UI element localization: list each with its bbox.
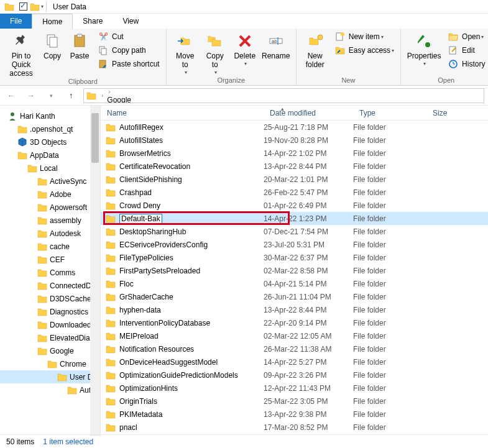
copy-path-button[interactable]: Copy path: [96, 43, 162, 57]
file-name: Crashpad: [119, 188, 152, 197]
new-folder-button[interactable]: New folder: [300, 30, 330, 70]
tree-node[interactable]: Apowersoft: [0, 201, 100, 214]
file-row[interactable]: PKIMetadata13-Apr-22 9:38 PMFile folder: [101, 408, 488, 421]
file-list[interactable]: ▴ Name Date modified Type Size AutofillR…: [101, 106, 488, 436]
file-row[interactable]: ECSerivceProvidersConfig23-Jul-20 5:31 P…: [101, 238, 488, 251]
column-header-date[interactable]: Date modified: [264, 109, 353, 117]
tree-node[interactable]: .openshot_qt: [0, 122, 100, 135]
file-date: 26-Feb-22 5:47 PM: [264, 188, 353, 197]
tree-node[interactable]: ConnectedDe: [0, 279, 100, 292]
file-date: 13-Apr-22 8:44 PM: [264, 162, 353, 171]
edit-button[interactable]: Edit: [446, 43, 487, 57]
file-row[interactable]: Notification Resources26-Mar-22 11:38 AM…: [101, 342, 488, 355]
tree-node[interactable]: Hari Kanth: [0, 109, 100, 122]
paste-shortcut-button[interactable]: Paste shortcut: [96, 57, 162, 71]
svg-point-12: [341, 32, 344, 36]
qat-customize-dropdown[interactable]: ▾: [30, 1, 44, 13]
address-breadcrumb[interactable]: › Hari Kanth›AppData›Local›Google›Chrome…: [83, 88, 484, 103]
file-row[interactable]: GrShaderCache26-Jun-21 11:04 PMFile fold…: [101, 290, 488, 303]
file-name: GrShaderCache: [119, 293, 173, 301]
pin-to-quick-access-button[interactable]: Pin to Quick access: [4, 30, 39, 78]
file-row[interactable]: OptimizationGuidePredictionModels09-Apr-…: [101, 368, 488, 382]
copy-button[interactable]: Copy: [39, 30, 66, 61]
tree-node[interactable]: Downloaded: [0, 318, 100, 331]
file-row[interactable]: FileTypePolicies30-Mar-22 6:37 PMFile fo…: [101, 251, 488, 264]
tree-node-label: Chrome: [60, 360, 86, 368]
file-name: AutofillRegex: [119, 123, 163, 132]
file-row[interactable]: FirstPartySetsPreloaded02-Mar-22 8:58 PM…: [101, 264, 488, 277]
delete-button[interactable]: Delete▾: [230, 30, 260, 66]
tab-share[interactable]: Share: [73, 14, 113, 29]
breadcrumb-segment[interactable]: Google: [106, 96, 144, 103]
file-type: File folder: [353, 214, 426, 223]
tree-node[interactable]: cache: [0, 240, 100, 253]
tab-file[interactable]: File: [0, 14, 32, 29]
navigation-tree[interactable]: Hari Kanth.openshot_qt3D ObjectsAppDataL…: [0, 106, 101, 436]
file-row[interactable]: OptimizationHints12-Apr-22 11:43 PMFile …: [101, 382, 488, 395]
tab-view[interactable]: View: [113, 14, 149, 29]
tree-node[interactable]: Autodesk: [0, 227, 100, 240]
file-row[interactable]: OriginTrials25-Mar-22 3:05 PMFile folder: [101, 395, 488, 408]
paste-button[interactable]: Paste: [66, 30, 93, 61]
file-row[interactable]: MEIPreload02-Mar-22 12:05 AMFile folder: [101, 329, 488, 342]
tree-node[interactable]: AppData: [0, 149, 100, 162]
folder-icon: [37, 216, 47, 226]
file-row[interactable]: pnacl17-Mar-20 8:52 PMFile folder: [101, 421, 488, 434]
tree-node[interactable]: ElevatedDiag: [0, 331, 100, 344]
column-headers[interactable]: ▴ Name Date modified Type Size: [101, 106, 488, 121]
forward-button[interactable]: →: [24, 88, 39, 103]
file-row[interactable]: ClientSidePhishing20-Mar-22 1:01 PMFile …: [101, 173, 488, 186]
tree-node[interactable]: assembly: [0, 214, 100, 227]
file-row[interactable]: Crowd Deny01-Apr-22 6:49 PMFile folder: [101, 199, 488, 212]
column-header-size[interactable]: Size: [426, 109, 488, 117]
tree-node[interactable]: CEF: [0, 253, 100, 266]
tree-node[interactable]: 3D Objects: [0, 135, 100, 149]
file-row[interactable]: AutofillStates19-Nov-20 8:28 PMFile fold…: [101, 134, 488, 147]
tree-node[interactable]: AutofillR: [0, 383, 100, 396]
new-folder-icon: [305, 31, 325, 51]
tree-node[interactable]: ActiveSync: [0, 175, 100, 188]
column-header-type[interactable]: Type: [353, 109, 426, 117]
back-button[interactable]: ←: [4, 88, 19, 103]
rename-button[interactable]: ab Rename: [260, 30, 292, 61]
file-type: File folder: [353, 397, 426, 406]
tab-home[interactable]: Home: [32, 14, 73, 29]
file-row[interactable]: InterventionPolicyDatabase22-Apr-20 9:14…: [101, 316, 488, 329]
file-row[interactable]: Crashpad26-Feb-22 5:47 PMFile folder: [101, 186, 488, 199]
properties-button[interactable]: Properties▾: [405, 30, 443, 66]
file-row[interactable]: hyphen-data13-Apr-22 8:44 PMFile folder: [101, 303, 488, 316]
qat-folder-icon[interactable]: [2, 1, 16, 13]
file-row[interactable]: Floc04-Apr-21 5:14 PMFile folder: [101, 277, 488, 290]
folder-icon: [57, 372, 67, 382]
column-header-name[interactable]: Name: [101, 109, 264, 117]
tree-scrollbar[interactable]: [90, 106, 100, 436]
file-type: File folder: [353, 332, 426, 341]
file-row[interactable]: DesktopSharingHub07-Dec-21 7:54 PMFile f…: [101, 225, 488, 238]
easy-access-button[interactable]: Easy access ▾: [333, 43, 397, 57]
up-button[interactable]: ↑: [63, 88, 78, 103]
file-row[interactable]: Default-Bak14-Apr-22 1:23 PMFile folder: [101, 212, 488, 225]
tree-node[interactable]: Google: [0, 344, 100, 357]
file-row[interactable]: AutofillRegex25-Aug-21 7:18 PMFile folde…: [101, 121, 488, 134]
tree-node[interactable]: Comms: [0, 266, 100, 279]
history-button[interactable]: History: [446, 57, 487, 71]
copy-to-button[interactable]: Copy to▾: [200, 30, 230, 75]
file-date: 02-Mar-22 12:05 AM: [264, 332, 353, 341]
tree-node[interactable]: D3DSCache: [0, 292, 100, 305]
cut-button[interactable]: ✂️Cut: [96, 30, 162, 43]
open-button[interactable]: Open ▾: [446, 30, 487, 43]
qat-properties-checkbox[interactable]: [16, 1, 30, 13]
recent-locations-dropdown[interactable]: ▾: [44, 88, 58, 103]
tree-node[interactable]: Diagnostics: [0, 305, 100, 318]
folder-icon: [37, 190, 47, 199]
new-item-button[interactable]: New item ▾: [333, 30, 397, 43]
tree-node[interactable]: Chrome: [0, 357, 100, 370]
tree-node[interactable]: User Data: [0, 370, 100, 383]
move-to-button[interactable]: Move to▾: [170, 30, 200, 75]
file-row[interactable]: CertificateRevocation13-Apr-22 8:44 PMFi…: [101, 160, 488, 173]
tree-node[interactable]: Local: [0, 162, 100, 175]
file-row[interactable]: OnDeviceHeadSuggestModel14-Apr-22 5:27 P…: [101, 355, 488, 368]
file-row[interactable]: BrowserMetrics14-Apr-22 1:02 PMFile fold…: [101, 147, 488, 160]
file-date: 30-Mar-22 6:37 PM: [264, 254, 353, 262]
tree-node[interactable]: Adobe: [0, 188, 100, 201]
